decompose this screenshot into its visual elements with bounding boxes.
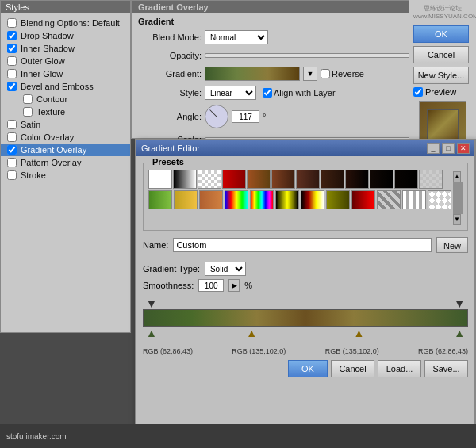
preset-23[interactable]	[402, 190, 426, 209]
rgb-label-0: RGB (62,86,43)	[143, 347, 193, 355]
preset-1[interactable]	[148, 170, 172, 189]
align-layer-checkbox[interactable]	[263, 88, 272, 98]
inner-glow-checkbox[interactable]	[7, 69, 17, 78]
angle-input[interactable]	[232, 110, 259, 123]
satin-label: Satin	[21, 120, 40, 129]
texture-checkbox[interactable]	[23, 107, 33, 117]
style-item-bevel-emboss[interactable]: Bevel and Emboss	[1, 80, 130, 93]
gradient-type-label: Gradient Type:	[143, 264, 200, 274]
pattern-overlay-label: Pattern Overlay	[21, 158, 81, 167]
divider	[143, 258, 468, 258]
preset-20[interactable]	[326, 190, 350, 209]
preset-6[interactable]	[271, 170, 295, 189]
pattern-overlay-checkbox[interactable]	[7, 158, 17, 167]
smoothness-input[interactable]	[198, 279, 224, 292]
style-item-drop-shadow[interactable]: Drop Shadow	[1, 29, 130, 42]
preset-18[interactable]	[275, 190, 299, 209]
angle-label: Angle:	[138, 112, 202, 121]
style-item-pattern-overlay[interactable]: Pattern Overlay	[1, 156, 130, 169]
style-item-blending[interactable]: Blending Options: Default	[1, 17, 130, 29]
stroke-checkbox[interactable]	[7, 170, 17, 180]
opacity-stop-left[interactable]: ▼	[146, 297, 157, 310]
preset-7[interactable]	[296, 170, 320, 189]
preset-8[interactable]	[321, 170, 344, 189]
editor-save-button[interactable]: Save...	[424, 360, 468, 377]
presets-scrollbar[interactable]: ▲ ▼	[453, 170, 463, 225]
watermark: 思练设计论坛 www.MISSYUAN.COM	[413, 4, 472, 20]
maximize-btn[interactable]: □	[442, 143, 455, 154]
satin-checkbox[interactable]	[7, 120, 17, 129]
preset-4[interactable]	[222, 170, 246, 189]
presets-row-1	[148, 170, 451, 189]
preset-22[interactable]	[377, 190, 401, 209]
cancel-button[interactable]: Cancel	[413, 46, 469, 63]
color-overlay-checkbox[interactable]	[7, 132, 17, 142]
preset-5[interactable]	[247, 170, 271, 189]
color-stop-1[interactable]: ▲	[246, 327, 257, 339]
blend-mode-select[interactable]: Normal	[205, 30, 268, 44]
color-stop-0[interactable]: ▲	[146, 327, 157, 339]
preset-12[interactable]	[419, 170, 443, 189]
style-item-stroke[interactable]: Stroke	[1, 169, 130, 182]
editor-cancel-button[interactable]: Cancel	[331, 360, 374, 377]
reverse-checkbox-label: Reverse	[321, 69, 364, 78]
style-item-inner-glow[interactable]: Inner Glow	[1, 67, 130, 80]
blend-mode-label: Blend Mode:	[138, 33, 202, 42]
gradient-bar[interactable]	[143, 309, 468, 327]
blending-checkbox[interactable]	[7, 18, 17, 28]
preset-19[interactable]	[301, 190, 324, 209]
preset-3[interactable]	[198, 170, 221, 189]
preset-11[interactable]	[394, 170, 418, 189]
texture-label: Texture	[36, 107, 65, 117]
style-item-texture[interactable]: Texture	[1, 105, 130, 118]
style-item-color-overlay[interactable]: Color Overlay	[1, 131, 130, 144]
preset-16[interactable]	[225, 190, 248, 209]
style-item-outer-glow[interactable]: Outer Glow	[1, 55, 130, 67]
scroll-up-btn[interactable]: ▲	[453, 171, 461, 182]
gradient-dropdown-btn[interactable]: ▼	[303, 67, 317, 81]
preset-21[interactable]	[351, 190, 375, 209]
gradient-overlay-label: Gradient Overlay	[21, 145, 86, 155]
new-style-button[interactable]: New Style...	[413, 67, 469, 84]
gradient-type-select[interactable]: Solid Noise	[205, 262, 246, 276]
opacity-slider[interactable]	[205, 53, 427, 58]
bevel-emboss-checkbox[interactable]	[7, 82, 17, 91]
rgb-label-2: RGB (135,102,0)	[325, 347, 379, 355]
preset-14[interactable]	[174, 190, 198, 209]
preset-10[interactable]	[370, 170, 393, 189]
name-input[interactable]	[173, 238, 432, 252]
styles-list: Blending Options: Default Drop Shadow In…	[1, 13, 130, 185]
preset-17[interactable]	[250, 190, 274, 209]
editor-load-button[interactable]: Load...	[378, 360, 421, 377]
color-stop-3[interactable]: ▲	[454, 327, 465, 339]
preset-24[interactable]	[428, 190, 451, 209]
reverse-checkbox[interactable]	[321, 69, 330, 78]
ok-button[interactable]: OK	[413, 25, 469, 43]
scroll-down-btn[interactable]: ▼	[453, 214, 461, 225]
style-item-inner-shadow[interactable]: Inner Shadow	[1, 42, 130, 55]
preset-13[interactable]	[148, 190, 172, 209]
gradient-overlay-checkbox[interactable]	[7, 145, 17, 155]
contour-checkbox[interactable]	[23, 94, 33, 104]
opacity-stop-right[interactable]: ▼	[454, 297, 465, 310]
style-item-contour[interactable]: Contour	[1, 93, 130, 105]
new-gradient-button[interactable]: New	[436, 237, 468, 253]
preset-2[interactable]	[173, 170, 197, 189]
drop-shadow-checkbox[interactable]	[7, 31, 17, 40]
close-btn[interactable]: ✕	[457, 143, 470, 154]
color-stop-2[interactable]: ▲	[354, 327, 365, 339]
style-item-satin[interactable]: Satin	[1, 118, 130, 131]
preview-checkbox[interactable]	[413, 87, 423, 97]
style-item-gradient-overlay[interactable]: Gradient Overlay	[1, 144, 130, 156]
outer-glow-checkbox[interactable]	[7, 56, 17, 66]
editor-ok-button[interactable]: OK	[288, 360, 328, 377]
name-row: Name: New	[143, 237, 468, 253]
inner-shadow-checkbox[interactable]	[7, 44, 17, 53]
preset-9[interactable]	[345, 170, 369, 189]
style-select[interactable]: Linear	[205, 86, 256, 100]
minimize-btn[interactable]: _	[427, 143, 440, 154]
preset-15[interactable]	[199, 190, 223, 209]
smoothness-stepper[interactable]: ▶	[228, 279, 240, 292]
gradient-preview[interactable]	[205, 67, 300, 81]
angle-dial[interactable]	[205, 105, 228, 128]
